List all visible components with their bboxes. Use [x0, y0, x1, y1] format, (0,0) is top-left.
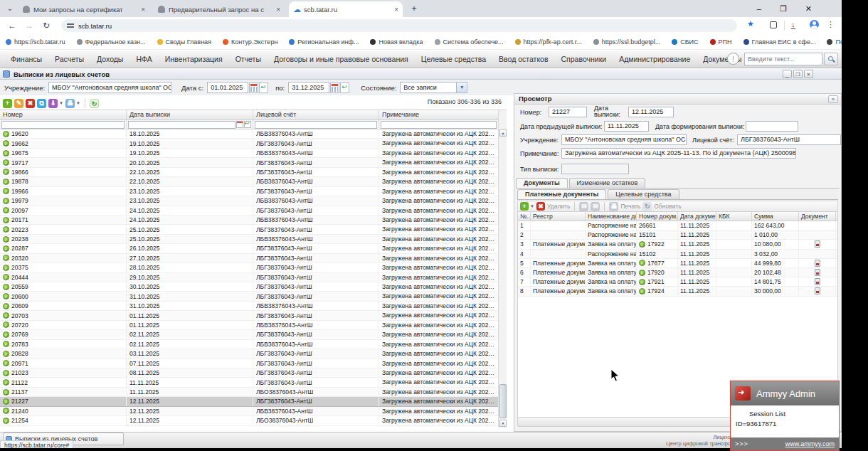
- document-row[interactable]: 8Платежные докумен...Заявка на оплату ..…: [518, 287, 837, 296]
- attachment-icon[interactable]: [815, 240, 820, 248]
- window-minimize-button[interactable]: –: [757, 4, 761, 13]
- extensions-icon[interactable]: [770, 21, 777, 28]
- refresh-documents-icon[interactable]: ↻: [642, 202, 652, 211]
- add-document-button[interactable]: +: [520, 202, 529, 211]
- menu-item-6[interactable]: Договоры и иные правовые основания: [268, 55, 415, 63]
- import-button[interactable]: ⬇: [48, 99, 58, 108]
- chevron-down-icon[interactable]: ▼: [76, 101, 80, 105]
- form-date-value[interactable]: [746, 121, 798, 132]
- table-row[interactable]: ✓1971720.10.2025ЛБГ38376043-АнтШЗагружен…: [0, 158, 498, 167]
- help-icon[interactable]: !: [727, 53, 739, 65]
- menu-item-10[interactable]: Администрирование: [613, 55, 697, 63]
- table-row[interactable]: ✓2032027.10.2025ЛБГ38376043-АнтШЗагружен…: [0, 254, 498, 263]
- refresh-label[interactable]: Обновить: [654, 203, 682, 210]
- table-row[interactable]: ✓2055930.10.2025ЛБГ38376043-АнтШЗагружен…: [0, 282, 498, 292]
- tab-close-icon[interactable]: ×: [394, 6, 398, 14]
- bookmark-item-5[interactable]: Новая вкладка: [370, 38, 423, 46]
- scroll-down-icon[interactable]: ▼: [499, 420, 507, 427]
- bookmark-item-10[interactable]: РПН: [710, 38, 732, 46]
- note-value[interactable]: Загружена автоматически из АЦК 2025-11-1…: [561, 148, 796, 159]
- table-row[interactable]: ✓2112211.11.2025ЛБГ38376043-АнтШЗагружен…: [0, 378, 498, 387]
- ammyy-titlebar[interactable]: Ammyy Admin: [731, 381, 839, 405]
- print-documents-icon[interactable]: 🖶: [609, 202, 618, 211]
- new-tab-button[interactable]: +: [408, 3, 420, 14]
- bookmark-item-9[interactable]: СБИС: [672, 38, 698, 46]
- doc-column-header-6[interactable]: Сумма: [752, 212, 799, 221]
- date-from-field[interactable]: 01.01.2025: [207, 82, 248, 93]
- prev-date-value[interactable]: 11.11.2025: [604, 121, 649, 132]
- bookmark-item-4[interactable]: Региональная инф...: [289, 38, 359, 46]
- attachment-icon[interactable]: [815, 260, 820, 267]
- document-row[interactable]: 5Платежные докумен...Заявка на оплату ..…: [518, 259, 837, 268]
- menu-item-7[interactable]: Целевые средства: [415, 55, 492, 63]
- tab-payment-documents[interactable]: Платежные документы: [517, 189, 606, 199]
- account-filter-input[interactable]: [255, 121, 377, 129]
- unmark-document-icon[interactable]: ✉: [591, 202, 600, 211]
- reload-icon[interactable]: ↻: [40, 19, 53, 32]
- doc-column-header-0[interactable]: №..: [518, 212, 531, 221]
- column-header-3[interactable]: Примечание: [379, 110, 498, 120]
- table-row[interactable]: ✓2044429.10.2025ЛБГ38376043-АнтШЗагружен…: [0, 273, 498, 282]
- table-row[interactable]: ✓2113711.11.2025ЛБО38376043-АнтШЗагружен…: [0, 388, 498, 397]
- note-filter-input[interactable]: [381, 121, 497, 129]
- address-bar[interactable]: scb.tatar.ru: [61, 19, 737, 32]
- tab-close-icon[interactable]: ×: [276, 6, 280, 14]
- attachment-icon[interactable]: [815, 287, 820, 295]
- app-minimize-button[interactable]: _: [783, 70, 792, 78]
- number-filter-input[interactable]: [1, 121, 125, 129]
- number-value[interactable]: 21227: [549, 107, 587, 117]
- edit-button[interactable]: ✎: [14, 99, 23, 108]
- delete-button[interactable]: ✖: [26, 99, 35, 108]
- table-row[interactable]: ✓2022325.10.2025ЛБГ38376043-АнтШЗагружен…: [0, 225, 498, 234]
- chevron-down-icon[interactable]: ▼: [530, 204, 534, 208]
- table-row[interactable]: ✓2122712.11.2025ЛБГ38376043-АнтШЗагружен…: [0, 397, 498, 406]
- column-header-2[interactable]: Лицевой счёт: [253, 110, 379, 120]
- menu-item-3[interactable]: НФА: [129, 55, 158, 63]
- ammyy-expand-icon[interactable]: >>>: [735, 440, 748, 447]
- bookmark-item-11[interactable]: Главная ЕИС в сфе...: [743, 38, 816, 46]
- refresh-button[interactable]: ↻: [90, 99, 99, 108]
- date-value[interactable]: 12.11.2025: [628, 107, 674, 117]
- bookmark-item-12[interactable]: Портал ФК: [827, 38, 842, 46]
- browser-menu-icon[interactable]: ⋮: [827, 20, 835, 29]
- menu-item-4[interactable]: Инвентаризация: [159, 55, 229, 63]
- delete-label[interactable]: Удалить: [547, 203, 570, 210]
- bookmark-item-7[interactable]: https://pfk-ap.cert.r...: [515, 38, 582, 46]
- bookmark-item-2[interactable]: Своды Главная: [157, 38, 211, 46]
- forward-icon[interactable]: →: [23, 19, 36, 32]
- table-row[interactable]: ✓2009724.10.2025ЛБГ38376043-АнтШЗагружен…: [0, 206, 498, 216]
- global-search-button[interactable]: [824, 53, 838, 65]
- bookmark-star-icon[interactable]: ★: [747, 19, 754, 28]
- tab-target-funds[interactable]: Целевые средства: [608, 189, 679, 199]
- column-header-0[interactable]: Номер: [0, 110, 127, 120]
- site-settings-icon[interactable]: [67, 22, 74, 29]
- table-row[interactable]: ✓1986622.10.2025ЛБГ38376043-АнтШЗагружен…: [0, 168, 498, 177]
- collapse-panel-icon[interactable]: »: [828, 95, 838, 103]
- table-row[interactable]: ✓1962018.10.2025ЛБВ38376043-АнтШЗагружен…: [0, 129, 498, 139]
- bookmark-item-6[interactable]: Система обеспече...: [435, 38, 504, 46]
- account-value[interactable]: ЛБГ38376043-АнтШ: [737, 134, 841, 145]
- calendar-select-icon[interactable]: [259, 83, 268, 93]
- copy-button[interactable]: ⧉: [37, 99, 46, 108]
- window-close-button[interactable]: ✕: [805, 4, 812, 14]
- delete-document-button[interactable]: ✖: [536, 202, 545, 211]
- state-combobox[interactable]: Все записи ▼: [400, 82, 467, 93]
- table-row[interactable]: ✓1966219.10.2025ЛБГ38376043-АнтШЗагружен…: [0, 139, 498, 148]
- bookmark-item-3[interactable]: Контур.Экстерн: [223, 38, 277, 46]
- profile-avatar[interactable]: [810, 20, 819, 29]
- menu-item-0[interactable]: Финансы: [4, 55, 48, 63]
- column-header-1[interactable]: Дата выписки: [127, 110, 253, 120]
- attachment-icon[interactable]: [815, 278, 820, 285]
- date-to-field[interactable]: 31.12.2025: [288, 82, 329, 93]
- table-row[interactable]: ✓2023825.10.2025ЛБВ38376043-АнтШЗагружен…: [0, 235, 498, 244]
- attachment-icon[interactable]: [815, 269, 820, 276]
- tab-search-icon[interactable]: ⌄: [4, 4, 16, 14]
- table-row[interactable]: ✓2082803.11.2025ЛБГ38376043-АнтШЗагружен…: [0, 349, 498, 359]
- bookmark-item-1[interactable]: Федеральное казн...: [77, 38, 146, 46]
- mark-document-icon[interactable]: ✉: [579, 202, 588, 211]
- menu-item-9[interactable]: Справочники: [555, 55, 613, 63]
- table-row[interactable]: ✓2070301.11.2025ЛБГ38376043-АнтШЗагружен…: [0, 311, 498, 320]
- menu-item-2[interactable]: Доходы: [90, 55, 129, 63]
- menu-item-8[interactable]: Ввод остатков: [492, 55, 554, 63]
- back-icon[interactable]: ←: [6, 19, 18, 32]
